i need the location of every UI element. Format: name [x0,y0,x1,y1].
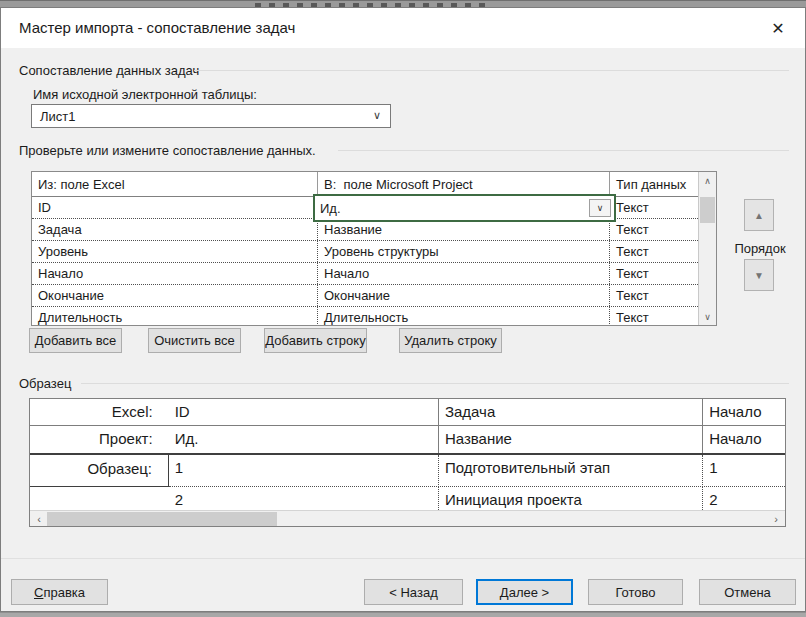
cancel-button[interactable]: Отмена [699,579,796,605]
move-row-up-button[interactable]: ▲ [744,199,774,231]
delete-row-button[interactable]: Удалить строку [399,328,502,353]
verify-mapping-label: Проверьте или измените сопоставление дан… [19,143,316,158]
help-mnemonic: С [34,585,43,600]
clear-all-button[interactable]: Очистить все [148,328,241,353]
chevron-left-icon: ‹ [37,513,41,525]
preview-hscrollbar[interactable]: ‹ › [30,510,785,526]
cell-dropdown-button[interactable]: ∨ [589,199,611,217]
cell-to[interactable]: Уровень структуры [318,241,610,262]
chevron-right-icon: › [774,513,778,525]
chevron-down-icon: ∨ [597,203,604,213]
cell-type[interactable]: Текст [610,241,698,262]
group-divider [81,383,789,384]
preview-cell: 1 [702,455,785,487]
preview-cell: Начало [702,426,785,453]
cell-type[interactable]: Текст [610,307,698,326]
scroll-up-button[interactable]: ∧ [699,172,716,189]
mapping-row[interactable]: Окончание Окончание Текст [32,285,698,307]
selected-field-combobox[interactable]: Ид. ∨ [313,194,616,222]
column-header-project-field[interactable]: В: поле Microsoft Project [318,172,610,196]
preview-table: Excel: ID Задача Начало Проект: Ид. Назв… [29,398,786,527]
preview-cell: 1 [169,455,438,487]
preview-cell: 2 [169,487,438,510]
vscrollbar-thumb[interactable] [700,197,715,223]
close-icon: ✕ [771,19,784,38]
move-row-down-button[interactable]: ▼ [744,259,774,291]
mapping-row[interactable]: Задача Название Текст [32,219,698,241]
task-mapping-group-label: Сопоставление данных задач [19,63,199,78]
cell-from[interactable]: Начало [32,263,318,284]
finish-button[interactable]: Готово [588,579,683,605]
footer-divider [1,558,805,559]
preview-cell: ID [169,399,438,425]
preview-cell: Название [438,426,702,453]
mapping-row[interactable]: Уровень Уровень структуры Текст [32,241,698,263]
scroll-left-button[interactable]: ‹ [32,512,46,526]
cell-from[interactable]: Окончание [32,285,318,306]
chevron-up-icon: ∧ [704,176,711,186]
add-all-button[interactable]: Добавить все [29,328,122,353]
scroll-right-button[interactable]: › [769,512,783,526]
back-button[interactable]: < Назад [364,579,463,605]
sample-label-cell: Образец: [30,455,169,487]
cell-to[interactable]: Название [318,219,610,240]
help-label: правка [43,585,85,600]
chevron-down-icon: ∨ [704,312,711,322]
sheet-name-combobox[interactable]: Лист1 ∨ [31,104,391,128]
group-divider [194,70,789,71]
preview-cell: Начало [702,399,785,425]
triangle-up-icon: ▲ [754,210,764,221]
dialog-title: Мастер импорта - сопоставление задач [19,19,295,36]
selected-field-value: Ид. [320,201,341,216]
import-wizard-dialog: Мастер импорта - сопоставление задач ✕ С… [0,7,806,612]
preview-group-label: Образец [19,376,71,391]
cell-type[interactable]: Текст [610,285,698,306]
background-window-bottom-edge [0,612,806,617]
next-button[interactable]: Далее > [476,579,573,605]
row-label: Проект: [30,426,169,453]
chevron-down-icon: ∨ [373,109,381,122]
cell-from[interactable]: ID [32,197,318,218]
row-label: Excel: [30,399,169,425]
row-label [30,487,169,510]
insert-row-button[interactable]: Добавить строку [264,328,367,353]
cell-to[interactable]: Окончание [318,285,610,306]
order-label: Порядок [721,241,799,256]
cell-type[interactable]: Текст [610,263,698,284]
preview-cell: 2 [702,487,785,510]
background-window-top-edge [0,0,806,7]
cell-type[interactable]: Текст [610,197,698,218]
mapping-table-vscrollbar[interactable]: ∧ ∨ [698,172,716,325]
preview-cell: Ид. [169,426,438,453]
cell-from[interactable]: Задача [32,219,318,240]
close-button[interactable]: ✕ [761,15,795,41]
group-divider [338,150,789,151]
field-mapping-table[interactable]: Из: поле Excel В: поле Microsoft Project… [31,171,717,326]
help-button[interactable]: Справка [11,579,108,605]
column-header-excel-field[interactable]: Из: поле Excel [32,172,318,196]
scroll-down-button[interactable]: ∨ [699,308,716,325]
column-header-data-type[interactable]: Тип данных [610,172,698,196]
row-divider [169,486,785,487]
cell-to[interactable]: Начало [318,263,610,284]
hscrollbar-thumb[interactable] [47,512,277,526]
preview-project-row: Проект: Ид. Название Начало [30,426,785,455]
cell-type[interactable]: Текст [610,219,698,240]
preview-cell: Подготовительный этап [438,455,702,487]
sheet-name-value: Лист1 [40,109,75,124]
screenshot-root: { "window": { "title": "Мастер импорта -… [0,0,806,617]
triangle-down-icon: ▼ [754,270,764,281]
sheet-name-label: Имя исходной электронной таблицы: [33,87,257,102]
preview-cell: Задача [438,399,702,425]
cell-from[interactable]: Уровень [32,241,318,262]
mapping-row[interactable]: Начало Начало Текст [32,263,698,285]
preview-sample-row: 2 Инициация проекта 2 [30,487,785,510]
preview-cell: Инициация проекта [438,487,702,510]
mapping-row[interactable]: Длительность Длительность Текст [32,307,698,326]
cell-from[interactable]: Длительность [32,307,318,326]
cell-to[interactable]: Длительность [318,307,610,326]
preview-excel-row: Excel: ID Задача Начало [30,399,785,426]
